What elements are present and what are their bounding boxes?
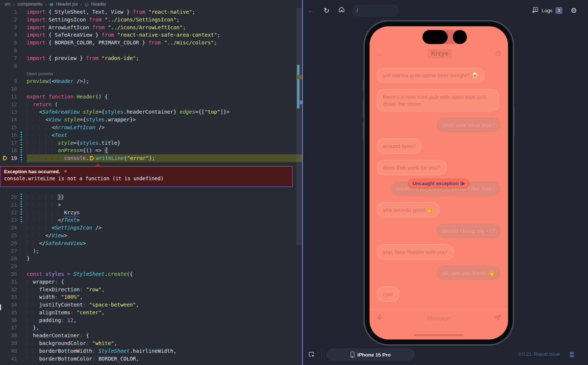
- code-line-text: [27, 62, 302, 70]
- code-line-text: alignItems: "center",: [27, 309, 302, 317]
- code-line: 27 );: [0, 247, 302, 255]
- logs-count-badge: 3: [555, 7, 562, 14]
- line-number: 12: [0, 101, 17, 108]
- phone-icon: [351, 352, 354, 358]
- breadcrumb-separator: ›: [45, 1, 47, 7]
- phone-mute-switch: [363, 81, 364, 90]
- gutter: 21: [0, 201, 27, 209]
- line-number: 10: [0, 85, 17, 93]
- gutter: 35: [0, 309, 27, 317]
- code-line-text: onPress={() => {: [27, 147, 302, 154]
- code-line: 13 <SafeAreaView style={styles.headerCon…: [0, 108, 302, 116]
- report-issue-link[interactable]: 0.0.21: Report issue: [518, 352, 560, 357]
- breadcrumb-item[interactable]: Header: [91, 1, 106, 7]
- line-number: 7: [0, 54, 17, 62]
- gutter: 7: [0, 54, 27, 62]
- line-number: 31: [0, 278, 17, 286]
- line-number: 40: [0, 347, 17, 355]
- url-input[interactable]: /: [351, 4, 399, 17]
- line-number: 26: [0, 240, 17, 247]
- dynamic-island-pill: [422, 30, 448, 44]
- overview-ruler-selection-mark: [297, 65, 300, 108]
- code-line-text: </View>: [27, 232, 302, 240]
- code-line: 38 headerContainer: {: [0, 332, 302, 339]
- close-icon[interactable]: ✕: [64, 169, 67, 174]
- line-number: 9: [0, 77, 17, 85]
- debug-paused-icon: [90, 156, 94, 160]
- message-input[interactable]: Message: [383, 315, 494, 321]
- phone-screen: ← Krzys ⚙ yo! wanna grab some beer tonig…: [370, 26, 508, 339]
- chat-settings-icon[interactable]: ⚙: [495, 49, 501, 58]
- code-line: 39 backgroundColor: "white",: [0, 339, 302, 347]
- gutter: 41: [0, 355, 27, 363]
- editor-left-decoration: [0, 304, 1, 310]
- code-line: 29: [0, 262, 302, 270]
- line-number: 16: [0, 131, 17, 139]
- uncaught-exception-button[interactable]: Uncaught exception: [408, 179, 469, 188]
- line-number: 39: [0, 339, 17, 347]
- gutter: 23: [0, 216, 27, 224]
- dynamic-island: [422, 30, 467, 44]
- chat-bubble-left: yea sounds good 👍: [377, 202, 440, 217]
- gutter: 19: [0, 154, 27, 162]
- code-line: 36 padding: 12,: [0, 317, 302, 324]
- gutter: 37: [0, 324, 27, 332]
- code-line-text: wrapper: {: [27, 278, 302, 286]
- line-number: 1: [0, 8, 17, 16]
- code-line: 7import { preview } from "radon-ide";: [0, 54, 302, 62]
- line-number: 20: [0, 193, 17, 201]
- code-line-text: flexDirection: "row",: [27, 286, 302, 294]
- gutter: 8: [0, 62, 27, 70]
- breadcrumb-separator: ›: [80, 1, 82, 7]
- code-line-text: style={styles.title}: [27, 139, 302, 147]
- gutter: 24: [0, 224, 27, 232]
- breadcrumb-item[interactable]: src: [4, 1, 11, 7]
- home-icon[interactable]: [337, 6, 345, 15]
- code-line-text: const styles = StyleSheet.create({: [27, 270, 302, 278]
- home-indicator[interactable]: [414, 334, 464, 336]
- reload-icon[interactable]: ↻: [323, 6, 331, 15]
- code-line: 15 <ArrowLeftIcon />: [0, 124, 302, 131]
- line-number: 23: [0, 216, 17, 224]
- chat-bubble-left: around 8pm?: [377, 138, 421, 154]
- breadcrumb-item[interactable]: Header.jsx: [56, 1, 78, 7]
- logs-button[interactable]: Logs 3: [532, 6, 562, 15]
- line-number: 5: [0, 39, 17, 47]
- breadcrumb: src›components›⊛Header.jsx›◇Header: [0, 0, 302, 8]
- code-line: 3import ArrowLeftIcon from "../icons/Arr…: [0, 24, 302, 31]
- send-icon[interactable]: [494, 314, 501, 323]
- code-editor: src›components›⊛Header.jsx›◇Header 1impo…: [0, 0, 302, 365]
- line-number: 19: [0, 154, 17, 162]
- back-icon[interactable]: ←: [307, 6, 315, 15]
- gutter: 20: [0, 193, 27, 201]
- code-line: 40 borderBottomWidth: StyleSheet.hairlin…: [0, 347, 302, 355]
- gutter: 13: [0, 108, 27, 116]
- code-line: 34 justifyContent: "space-between",: [0, 301, 302, 309]
- chat-bubble-left: cya!: [377, 287, 399, 302]
- exception-message: console.writeLine is not a function (it …: [0, 175, 292, 181]
- code-line-text: }: [27, 255, 302, 262]
- chat-bubble-right: yeah sure what time?: [437, 118, 501, 132]
- modified-line-indicator: [21, 132, 22, 139]
- inspect-element-icon[interactable]: [308, 351, 315, 360]
- line-number: 33: [0, 293, 17, 301]
- code-line: 31 wrapper: {: [0, 278, 302, 286]
- code-line-text: [27, 85, 302, 93]
- editor-scrollbar[interactable]: [296, 8, 302, 245]
- microphone-icon[interactable]: [376, 314, 383, 322]
- code-line-text: export function Header() {: [27, 93, 302, 101]
- modified-line-indicator: [21, 209, 22, 216]
- settings-gear-icon[interactable]: ⚙: [571, 6, 577, 15]
- chat-back-arrow-icon[interactable]: ←: [376, 49, 384, 58]
- line-number: 22: [0, 209, 17, 217]
- code-line: 9preview(<Header />);: [0, 77, 302, 85]
- device-select-button[interactable]: iPhone 15 Pro: [327, 348, 415, 361]
- breadcrumb-item[interactable]: components: [17, 1, 43, 7]
- code-line: 1import { StyleSheet, Text, View } from …: [0, 8, 302, 16]
- code-line: 24 <SettingsIcon />: [0, 224, 302, 232]
- codelens-open-preview[interactable]: Open preview: [27, 71, 53, 76]
- code-line: 22 Krzys: [0, 209, 302, 217]
- manage-devices-icon[interactable]: [568, 351, 575, 359]
- gutter: 3: [0, 24, 27, 31]
- gutter: 15: [0, 124, 27, 131]
